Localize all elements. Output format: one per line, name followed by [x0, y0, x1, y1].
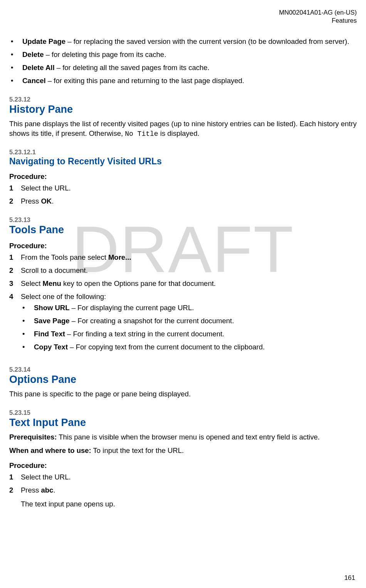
step-number: 2 — [9, 266, 21, 276]
option-term: Update Page — [22, 37, 65, 45]
option-desc: – for deleting this page from its cache. — [44, 50, 166, 58]
list-item: 4 Select one of the following: • Show UR… — [9, 292, 357, 356]
procedure-steps: 1 Select the URL. 2 Press abc. — [9, 472, 357, 495]
section-number: 5.23.14 — [9, 366, 357, 373]
list-item: 1 From the Tools pane select More... — [9, 252, 357, 262]
procedure-steps: 1 Select the URL. 2 Press OK. — [9, 183, 357, 206]
option-desc: – for replacing the saved version with t… — [65, 37, 349, 45]
step-number: 1 — [9, 252, 21, 262]
step-text: Select one of the following: • Show URL … — [21, 292, 357, 356]
list-item: • Delete – for deleting this page from i… — [9, 50, 357, 60]
step-text: From the Tools pane select More... — [21, 252, 357, 262]
section-title: Options Pane — [9, 374, 357, 386]
list-item: • Show URL – For displaying the current … — [21, 303, 357, 313]
sub-options-list: • Show URL – For displaying the current … — [21, 303, 357, 352]
procedure-steps: 1 From the Tools pane select More... 2 S… — [9, 252, 357, 356]
list-item: 3 Select Menu key to open the Options pa… — [9, 279, 357, 289]
list-item: 1 Select the URL. — [9, 472, 357, 482]
list-item: • Update Page – for replacing the saved … — [9, 37, 357, 47]
section-title: Tools Pane — [9, 224, 357, 236]
list-item: 2 Press abc. — [9, 485, 357, 495]
step-text: Scroll to a document. — [21, 266, 357, 276]
step-result: The text input pane opens up. — [21, 499, 357, 509]
inline-code: No Title — [125, 130, 158, 138]
section-title: Text Input Pane — [9, 417, 357, 429]
step-text: Press OK. — [21, 196, 357, 206]
bullet-icon: • — [21, 316, 34, 326]
step-number: 4 — [9, 292, 21, 302]
step-text: Select the URL. — [21, 183, 357, 193]
section-body: This pane displays the list of recently … — [9, 119, 357, 139]
section-number: 5.23.15 — [9, 409, 357, 416]
list-item: • Save Page – For creating a snapshot fo… — [21, 316, 357, 326]
doc-id: MN002041A01-AG (en-US) — [9, 8, 357, 17]
option-term: Delete — [22, 50, 44, 58]
section-title: Navigating to Recently Visited URLs — [9, 156, 357, 167]
bullet-icon: • — [21, 329, 34, 339]
list-item: • Delete All – for deleting all the save… — [9, 63, 357, 73]
step-number: 1 — [9, 183, 21, 193]
when-where-line: When and where to use: To input the text… — [9, 446, 357, 456]
step-number: 2 — [9, 485, 21, 495]
procedure-label: Procedure: — [9, 461, 357, 470]
bullet-icon: • — [21, 303, 34, 313]
option-desc: – for exiting this pane and returning to… — [46, 77, 244, 85]
list-item: 1 Select the URL. — [9, 183, 357, 193]
list-item: 2 Press OK. — [9, 196, 357, 206]
section-number: 5.23.12 — [9, 96, 357, 103]
section-title: History Pane — [9, 104, 357, 115]
step-text: Select Menu key to open the Options pane… — [21, 279, 357, 289]
option-term: Delete All — [22, 63, 55, 72]
bullet-icon: • — [21, 342, 34, 352]
option-desc: – for deleting all the saved pages from … — [55, 63, 210, 72]
page-number: 161 — [344, 574, 355, 582]
page-header: MN002041A01-AG (en-US) Features — [9, 8, 357, 24]
list-item: 2 Scroll to a document. — [9, 266, 357, 276]
list-item: • Find Text – For finding a text string … — [21, 329, 357, 339]
step-number: 3 — [9, 279, 21, 289]
list-item: • Copy Text – For copying text from the … — [21, 342, 357, 352]
prerequisites-line: Prerequisites: This pane is visible when… — [9, 433, 357, 442]
section-body: This pane is specific to the page or pan… — [9, 389, 357, 399]
step-number: 2 — [9, 196, 21, 206]
bullet-icon: • — [9, 76, 22, 86]
step-text: Press abc. — [21, 485, 357, 495]
list-item: • Cancel – for exiting this pane and ret… — [9, 76, 357, 86]
bullet-icon: • — [9, 50, 22, 60]
procedure-label: Procedure: — [9, 172, 357, 181]
saved-pages-options-list: • Update Page – for replacing the saved … — [9, 37, 357, 86]
step-number: 1 — [9, 472, 21, 482]
doc-section: Features — [9, 17, 357, 25]
option-term: Cancel — [22, 77, 46, 85]
section-number: 5.23.13 — [9, 216, 357, 224]
bullet-icon: • — [9, 37, 22, 47]
section-number: 5.23.12.1 — [9, 149, 357, 156]
step-text: Select the URL. — [21, 472, 357, 482]
procedure-label: Procedure: — [9, 242, 357, 250]
bullet-icon: • — [9, 63, 22, 73]
text-run: is displayed. — [158, 129, 200, 137]
